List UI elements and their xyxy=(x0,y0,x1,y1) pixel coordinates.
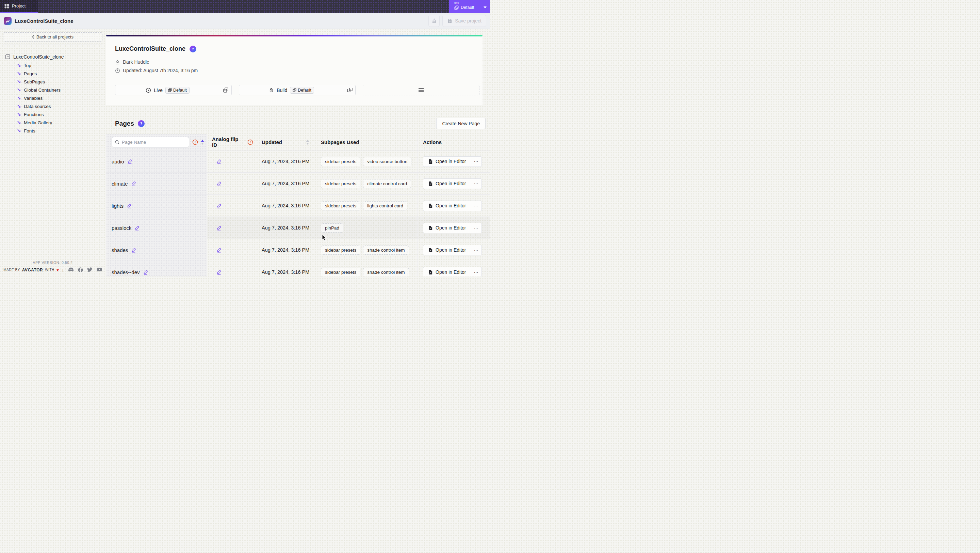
file-edit-icon xyxy=(428,159,433,164)
row-more-button[interactable]: ⋯ xyxy=(471,245,482,255)
edit-page-name-icon[interactable] xyxy=(127,159,133,164)
sidebar-item-global-containers[interactable]: Global Containers xyxy=(0,86,105,94)
updated-value: Aug 7, 2024, 3:16 PM xyxy=(262,269,309,275)
app-version: APP VERSION: 0.50.4 xyxy=(0,260,105,265)
tree-root-node[interactable]: LuxeControlSuite_clone xyxy=(0,53,105,61)
live-env-chip[interactable]: Default xyxy=(165,87,189,94)
facebook-icon[interactable] xyxy=(78,267,83,273)
build-layout-button[interactable] xyxy=(344,85,355,95)
page-name-search[interactable] xyxy=(111,137,189,147)
pages-help-badge[interactable]: ? xyxy=(138,120,145,127)
sort-updated[interactable] xyxy=(306,140,309,145)
subpage-chip[interactable]: lights control card xyxy=(363,201,407,210)
create-new-page-button[interactable]: Create New Page xyxy=(436,118,485,129)
row-more-button[interactable]: ⋯ xyxy=(471,201,482,211)
updated-value: Aug 7, 2024, 3:16 PM xyxy=(262,181,309,186)
env-dropdown[interactable]: env Default xyxy=(449,0,490,13)
page-name: audio xyxy=(111,159,124,164)
open-in-editor-button[interactable]: Open in Editor xyxy=(423,245,471,255)
subpage-chip[interactable]: sidebar presets xyxy=(321,268,360,277)
search-icon xyxy=(115,140,119,144)
edit-analog-flip-id-icon[interactable] xyxy=(216,225,222,231)
subpage-chip[interactable]: climate control card xyxy=(363,179,411,188)
save-project-button[interactable]: Save project xyxy=(442,14,486,27)
subpage-chip[interactable]: sidebar presets xyxy=(321,245,360,255)
sort-page-name[interactable] xyxy=(201,140,204,145)
youtube-icon[interactable] xyxy=(97,267,102,273)
file-edit-icon xyxy=(428,270,433,275)
play-circle-icon xyxy=(146,88,151,93)
row-more-button[interactable]: ⋯ xyxy=(471,223,482,233)
subpage-chip[interactable]: pinPad xyxy=(321,223,343,233)
edit-analog-flip-id-icon[interactable] xyxy=(216,247,222,253)
discord-icon[interactable] xyxy=(68,267,74,273)
sidebar-item-fonts[interactable]: Fonts xyxy=(0,127,105,135)
open-in-editor-button[interactable]: Open in Editor xyxy=(423,179,471,189)
open-in-editor-button[interactable]: Open in Editor xyxy=(423,223,471,233)
edit-page-name-icon[interactable] xyxy=(127,203,132,209)
open-in-editor-label: Open in Editor xyxy=(436,159,466,164)
warning-icon xyxy=(192,139,198,145)
table-row: shades Aug 7, 2024, 3:16 PM sidebar pres… xyxy=(106,239,490,261)
subpage-chip[interactable]: sidebar presets xyxy=(321,201,360,210)
sidebar-item-data-sources[interactable]: Data sources xyxy=(0,102,105,110)
live-copy-button[interactable] xyxy=(220,85,231,95)
tree-item-label: Variables xyxy=(24,96,43,101)
sidebar-footer: APP VERSION: 0.50.4 MADE BY AVGATOR WITH… xyxy=(0,260,105,276)
subpage-chip[interactable]: shade control item xyxy=(363,245,409,255)
sidebar-item-subpages[interactable]: SubPages xyxy=(0,78,105,86)
page-name: shades--dev xyxy=(111,269,140,275)
edit-analog-flip-id-icon[interactable] xyxy=(216,203,222,209)
subpage-chip[interactable]: shade control item xyxy=(363,268,409,277)
tree-arrow-icon xyxy=(17,104,21,108)
app-header: LuxeControlSuite_clone Save project xyxy=(0,13,490,29)
subpage-chip[interactable]: sidebar presets xyxy=(321,179,360,188)
edit-analog-flip-id-icon[interactable] xyxy=(216,181,222,186)
build-env-chip[interactable]: Default xyxy=(290,87,314,94)
lock-icon xyxy=(269,88,274,92)
sidebar-item-top[interactable]: Top xyxy=(0,61,105,70)
help-badge[interactable]: ? xyxy=(189,46,196,53)
edit-page-name-icon[interactable] xyxy=(131,247,137,253)
avgator-wordmark[interactable]: AVGATOR xyxy=(22,268,43,273)
subpage-chip[interactable]: sidebar presets xyxy=(321,157,360,166)
edit-page-name-icon[interactable] xyxy=(131,181,137,186)
sidebar-item-functions[interactable]: Functions xyxy=(0,110,105,118)
env-dropdown-value: Default xyxy=(461,5,482,10)
more-environments-button[interactable] xyxy=(363,85,479,96)
row-more-button[interactable]: ⋯ xyxy=(471,179,482,189)
broom-icon xyxy=(431,18,437,24)
row-more-button[interactable]: ⋯ xyxy=(471,157,482,167)
tree-item-label: Fonts xyxy=(24,128,35,134)
open-in-editor-label: Open in Editor xyxy=(436,247,466,253)
edit-analog-flip-id-icon[interactable] xyxy=(216,159,222,164)
search-input[interactable] xyxy=(122,140,186,145)
open-in-editor-button[interactable]: Open in Editor xyxy=(423,157,471,167)
cleanup-button[interactable] xyxy=(428,14,440,27)
sidebar-item-media-gallery[interactable]: Media Gallery xyxy=(0,118,105,127)
edit-analog-flip-id-icon[interactable] xyxy=(216,269,222,275)
build-env-button[interactable]: Build Default xyxy=(239,85,356,96)
collapse-icon[interactable] xyxy=(5,54,10,59)
edit-page-name-icon[interactable] xyxy=(134,225,140,231)
tab-project[interactable]: Project xyxy=(0,0,38,13)
open-in-editor-button[interactable]: Open in Editor xyxy=(423,267,471,277)
subpage-chip[interactable]: video source button xyxy=(363,157,411,166)
live-env-button[interactable]: Live Default xyxy=(115,85,232,96)
table-row: audio Aug 7, 2024, 3:16 PM sidebar prese… xyxy=(106,150,490,172)
column-updated: Updated xyxy=(262,139,282,145)
sidebar: Back to all projects LuxeControlSuite_cl… xyxy=(0,29,105,276)
tree-item-label: Top xyxy=(24,63,31,68)
sidebar-item-variables[interactable]: Variables xyxy=(0,94,105,102)
sidebar-item-pages[interactable]: Pages xyxy=(0,70,105,78)
pages-table: Analog flip ID Updated Subpages Used Act… xyxy=(106,134,490,276)
main-content: LuxeControlSuite_clone ? Dark Huddle Upd… xyxy=(105,29,490,276)
back-to-projects-button[interactable]: Back to all projects xyxy=(3,32,102,41)
edit-page-name-icon[interactable] xyxy=(143,269,148,275)
file-edit-icon xyxy=(428,247,433,253)
tree-item-label: Global Containers xyxy=(24,88,60,92)
twitter-icon[interactable] xyxy=(87,267,92,273)
row-more-button[interactable]: ⋯ xyxy=(471,267,482,277)
open-in-editor-button[interactable]: Open in Editor xyxy=(423,201,471,211)
updated-timestamp: Updated: August 7th 2024, 3:16 pm xyxy=(123,68,198,73)
